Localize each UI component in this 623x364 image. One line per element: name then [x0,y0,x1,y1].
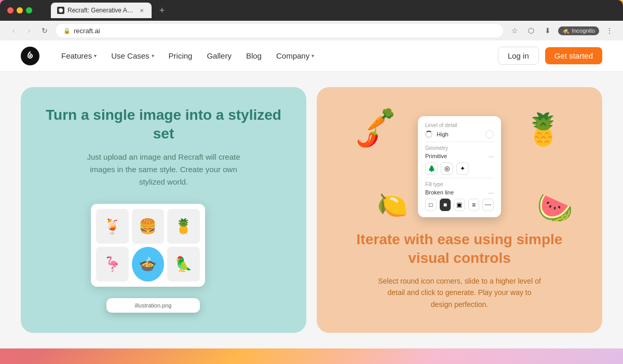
get-started-button[interactable]: Get started [545,47,602,64]
left-card-description: Just upload an image and Recraft will cr… [80,151,247,188]
reload-button[interactable]: ↻ [38,24,51,37]
extensions-icon[interactable]: ⬡ [525,24,537,37]
browser-tab-active[interactable]: r Recraft: Generative AI Desig… ✕ [51,3,152,18]
grid-item-1: 🍹 [96,209,129,244]
logo-icon [21,47,39,65]
fill-icon-gradient[interactable]: ▣ [454,199,465,211]
fill-type-value: Broken line [425,189,454,195]
image-grid-wrapper: 🍹 🍔 🍍 🦩 🍲 🦜 illustration.png [91,204,236,307]
fill-icon-square[interactable]: □ [425,199,437,211]
chevron-down-icon: ▾ [94,53,97,59]
incognito-badge: 🕵 Incognito [558,26,599,35]
hero-section: Turn a single image into a stylized set … [0,72,623,348]
lock-icon: 🔒 [63,27,71,34]
incognito-label: Incognito [572,27,595,34]
geometry-icons: 🌲 ◎ ✦ [425,162,494,175]
nav-links: Features ▾ Use Cases ▾ Pricing Gallery B… [55,47,498,64]
maximize-button[interactable] [26,7,32,13]
browser-window: r Recraft: Generative AI Desig… ✕ + ‹ › … [0,0,623,40]
download-icon[interactable]: ⬇ [541,24,554,37]
filename-text: illustration.png [113,302,194,309]
nav-use-cases[interactable]: Use Cases ▾ [105,47,160,64]
fruit-watermelon: 🍉 [537,191,573,225]
left-card-title: Turn a single image into a stylized set [39,106,288,144]
traffic-lights [7,7,32,13]
logo[interactable] [21,47,39,65]
level-of-detail-row: High [425,130,494,138]
fill-icon-lines[interactable]: ≡ [468,199,480,211]
spinner-icon [425,131,432,138]
right-feature-card: 🍍 🍉 🍋 🥕 🌶️ Level of detail High [317,87,602,333]
back-button[interactable]: ‹ [7,24,20,37]
fill-type-icons: □ ■ ▣ ≡ ⋯ [425,199,494,211]
left-feature-card: Turn a single image into a stylized set … [21,87,306,333]
minimize-button[interactable] [17,7,23,13]
tab-favicon: r [57,7,64,14]
nav-features[interactable]: Features ▾ [55,47,103,64]
fill-type-label: Fill type [425,181,494,187]
navbar: Features ▾ Use Cases ▾ Pricing Gallery B… [0,40,623,72]
geometry-label: Geometry [425,145,494,151]
fill-type-row: Broken line — [425,189,494,195]
nav-actions: Log in Get started [498,47,602,65]
fill-icon-filled[interactable]: ■ [440,199,451,211]
geometry-dash: — [489,153,494,159]
chevron-down-icon: ▾ [312,53,314,59]
bookmark-icon[interactable]: ☆ [508,24,521,37]
fill-icon-dots[interactable]: ⋯ [482,199,494,211]
nav-gallery[interactable]: Gallery [200,47,238,64]
image-grid: 🍹 🍔 🍍 🦩 🍲 🦜 [91,204,205,287]
forward-button[interactable]: › [23,24,35,37]
title-bar: r Recraft: Generative AI Desig… ✕ + [0,0,623,21]
geometry-icon-tree[interactable]: 🌲 [425,162,438,175]
menu-icon[interactable]: ⋮ [603,24,616,37]
new-tab-button[interactable]: + [156,4,168,17]
right-card-description: Select round icon corners, slide to a hi… [376,275,543,310]
grid-item-6: 🦜 [167,247,200,282]
close-button[interactable] [7,7,13,13]
grid-item-3: 🍍 [167,209,200,244]
fruit-pineapple: 🍍 [524,111,563,148]
geometry-icon-star[interactable]: ✦ [456,162,469,175]
nav-pricing[interactable]: Pricing [162,47,199,64]
geometry-icon-circle[interactable]: ◎ [441,162,453,175]
toolbar-actions: ☆ ⬡ ⬇ 🕵 Incognito ⋮ [508,24,616,37]
grid-item-4: 🦩 [96,247,129,282]
level-of-detail-value: High [437,131,449,137]
tab-close-button[interactable]: ✕ [138,7,145,14]
address-bar-row: ‹ › ↻ 🔒 recraft.ai ☆ ⬡ ⬇ 🕵 Incognito ⋮ [0,21,623,40]
grid-item-5: 🍲 [132,247,165,282]
fruit-lemon: 🍋 [377,191,408,220]
geometry-row: Primitive — [425,153,494,159]
tab-title: Recraft: Generative AI Desig… [67,7,135,14]
controls-panel: Level of detail High Geometry Primitive … [418,116,501,217]
svg-point-2 [29,55,31,57]
nav-buttons: ‹ › ↻ [7,24,51,37]
fruit-illustration: 🍍 🍉 🍋 🥕 🌶️ Level of detail High [335,106,584,225]
nav-blog[interactable]: Blog [240,47,268,64]
toggle-off[interactable] [485,130,494,138]
login-button[interactable]: Log in [498,47,539,65]
filename-overlay: illustration.png [106,298,200,313]
chevron-down-icon: ▾ [152,53,154,59]
right-card-title: Iterate with ease using simple visual co… [335,230,584,268]
incognito-icon: 🕵 [562,27,570,34]
geometry-value: Primitive [425,153,447,159]
fruit-pepper: 🌶️ [356,127,380,148]
url-text: recraft.ai [74,27,100,35]
level-of-detail-label: Level of detail [425,122,494,128]
divider-2 [425,178,494,178]
website-content: Features ▾ Use Cases ▾ Pricing Gallery B… [0,40,623,348]
nav-company[interactable]: Company ▾ [270,47,320,64]
address-input[interactable]: 🔒 recraft.ai [56,24,503,37]
grid-item-2: 🍔 [132,209,165,244]
divider-1 [425,142,494,142]
fill-type-dash: — [489,190,494,195]
